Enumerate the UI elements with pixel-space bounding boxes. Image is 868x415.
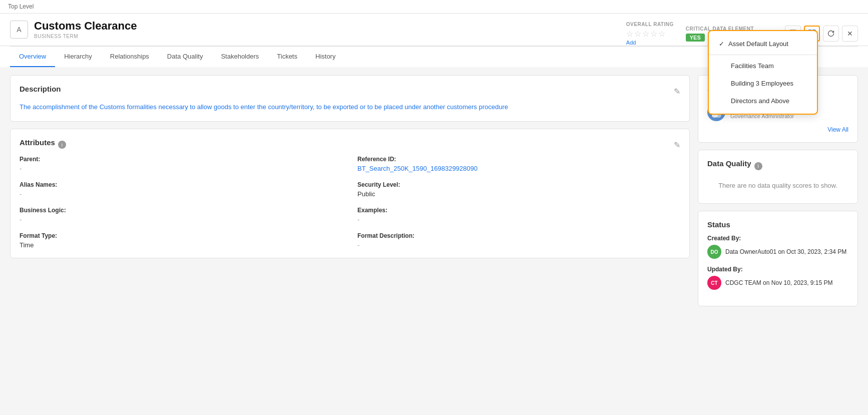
dropdown-item-facilities-team[interactable]: Facilities Team — [709, 57, 817, 75]
attr-format-description: Format Description: - — [357, 232, 680, 249]
attributes-card: Attributes i ✎ Parent: - Reference ID: B… — [10, 129, 690, 258]
description-title: Description — [20, 85, 61, 93]
updated-by-label: Updated By: — [707, 266, 848, 273]
created-by-label: Created By: — [707, 235, 848, 242]
page-title: Customs Clearance — [34, 20, 137, 33]
description-card: Description ✎ The accomplishment of the … — [10, 75, 690, 122]
attr-security-level: Security Level: Public — [357, 181, 680, 198]
updated-by-text: CDGC TEAM on Nov 10, 2023, 9:15 PM — [725, 279, 833, 286]
attr-parent: Parent: - — [20, 156, 342, 172]
attributes-card-header: Attributes i ✎ — [20, 138, 680, 152]
checkmark-icon: ✓ — [719, 40, 724, 48]
star-2[interactable]: ☆ — [634, 29, 641, 39]
header-title-block: Customs Clearance BUSINESS TERM — [34, 20, 137, 39]
top-level-label: Top Level — [8, 3, 34, 10]
tab-stakeholders[interactable]: Stakeholders — [212, 47, 268, 67]
view-all-link[interactable]: View All — [707, 126, 848, 133]
attr-examples: Examples: - — [357, 207, 680, 223]
star-1[interactable]: ☆ — [626, 29, 633, 39]
attributes-edit-icon[interactable]: ✎ — [674, 140, 680, 150]
status-title: Status — [707, 220, 848, 229]
attr-business-logic: Business Logic: - — [20, 207, 342, 223]
status-card: Status Created By: DO Data OwnerAuto01 o… — [698, 211, 858, 306]
close-button[interactable]: ✕ — [842, 26, 858, 42]
overall-rating-label: OVERALL RATING — [626, 22, 674, 27]
dropdown-item-label-4: Directors and Above — [731, 97, 789, 105]
attr-alias-names: Alias Names: - — [20, 181, 342, 198]
dropdown-item-label-3: Building 3 Employees — [731, 80, 793, 87]
dropdown-item-building-3-employees[interactable]: Building 3 Employees — [709, 75, 817, 92]
tab-relationships[interactable]: Relationships — [101, 47, 158, 67]
star-5[interactable]: ☆ — [658, 29, 665, 39]
asset-type-label: BUSINESS TERM — [34, 34, 137, 39]
asset-icon: A — [10, 21, 28, 39]
attr-reference-id: Reference ID: BT_Search_250K_1590_169832… — [357, 156, 680, 172]
created-by-avatar: DO — [707, 245, 721, 259]
no-data-quality-text: There are no data quality scores to show… — [707, 177, 848, 194]
tab-tickets[interactable]: Tickets — [268, 47, 306, 67]
main-layout: Description ✎ The accomplishment of the … — [0, 67, 868, 402]
created-by-row: DO Data OwnerAuto01 on Oct 30, 2023, 2:3… — [707, 245, 848, 259]
top-level-bar: Top Level — [0, 0, 868, 14]
updated-by-row: CT CDGC TEAM on Nov 10, 2023, 9:15 PM — [707, 276, 848, 290]
refresh-icon — [827, 30, 835, 38]
data-quality-title: Data Quality — [707, 159, 751, 168]
tab-history[interactable]: History — [306, 47, 344, 67]
data-quality-card: Data Quality i There are no data quality… — [698, 150, 858, 204]
dropdown-item-directors-and-above[interactable]: Directors and Above — [709, 92, 817, 110]
refresh-button[interactable] — [823, 26, 839, 42]
add-rating-link[interactable]: Add — [626, 40, 674, 46]
star-4[interactable]: ☆ — [650, 29, 657, 39]
layout-dropdown: ✓ Asset Default Layout Facilities Team B… — [708, 30, 818, 115]
header-left: A Customs Clearance BUSINESS TERM — [10, 20, 137, 39]
critical-yes-badge: YES — [686, 34, 705, 42]
star-3[interactable]: ☆ — [642, 29, 649, 39]
updated-by-section: Updated By: CT CDGC TEAM on Nov 10, 2023… — [707, 266, 848, 290]
description-text: The accomplishment of the Customs formal… — [20, 102, 680, 112]
dropdown-divider — [709, 55, 817, 55]
created-by-text: Data OwnerAuto01 on Oct 30, 2023, 2:34 P… — [725, 248, 846, 255]
description-card-header: Description ✎ — [20, 85, 680, 98]
left-panel: Description ✎ The accomplishment of the … — [10, 75, 690, 394]
dropdown-item-label-1: Asset Default Layout — [728, 40, 788, 48]
attributes-info-icon[interactable]: i — [58, 141, 66, 149]
overall-rating-block: OVERALL RATING ☆ ☆ ☆ ☆ ☆ Add — [626, 22, 674, 46]
data-quality-info-icon[interactable]: i — [754, 162, 762, 170]
description-edit-icon[interactable]: ✎ — [674, 87, 680, 96]
tab-hierarchy[interactable]: Hierarchy — [55, 47, 101, 67]
star-rating[interactable]: ☆ ☆ ☆ ☆ ☆ — [626, 29, 674, 39]
right-panel: Stakeholders i Verify_usergrp_001 Govern… — [698, 75, 858, 394]
dropdown-item-asset-default-layout[interactable]: ✓ Asset Default Layout — [709, 35, 817, 53]
attributes-title: Attributes — [20, 138, 55, 147]
tab-data-quality[interactable]: Data Quality — [158, 47, 212, 67]
dropdown-item-label-2: Facilities Team — [731, 62, 774, 70]
attr-format-type: Format Type: Time — [20, 232, 342, 249]
updated-by-avatar: CT — [707, 276, 721, 290]
created-by-section: Created By: DO Data OwnerAuto01 on Oct 3… — [707, 235, 848, 259]
data-quality-card-header: Data Quality i — [707, 159, 848, 173]
attributes-grid: Parent: - Reference ID: BT_Search_250K_1… — [20, 156, 680, 249]
tab-overview[interactable]: Overview — [10, 47, 55, 67]
close-icon: ✕ — [847, 30, 853, 38]
